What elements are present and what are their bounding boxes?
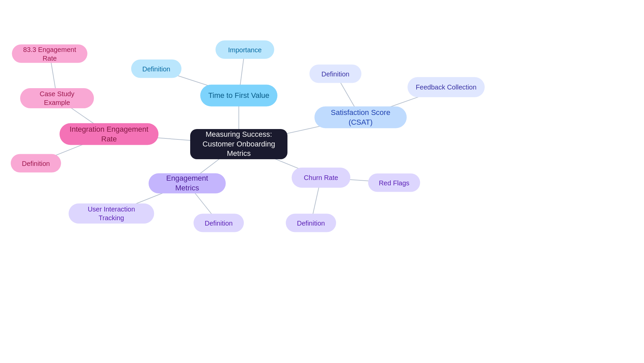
center-node[interactable]: Measuring Success: Customer Onboarding M… <box>190 129 287 159</box>
node-definition-ier[interactable]: Definition <box>11 154 61 173</box>
node-importance[interactable]: Importance <box>216 41 274 59</box>
node-csat[interactable]: Satisfaction Score (CSAT) <box>315 107 407 128</box>
node-case-study[interactable]: Case Study Example <box>20 88 94 108</box>
node-user-interaction[interactable]: User Interaction Tracking <box>69 203 154 224</box>
node-engagement-rate-val[interactable]: 83.3 Engagement Rate <box>12 45 88 63</box>
node-ier[interactable]: Integration Engagement Rate <box>60 123 159 145</box>
node-ttfv[interactable]: Time to First Value <box>200 85 277 107</box>
node-definition-ttfv[interactable]: Definition <box>131 60 181 78</box>
node-feedback[interactable]: Feedback Collection <box>408 77 485 97</box>
node-engagement-metrics[interactable]: Engagement Metrics <box>149 173 226 193</box>
node-red-flags[interactable]: Red Flags <box>368 174 420 192</box>
mind-map: Measuring Success: Customer Onboarding M… <box>0 0 644 363</box>
node-definition-churn[interactable]: Definition <box>286 214 336 232</box>
node-definition-csat[interactable]: Definition <box>310 65 362 83</box>
node-churn[interactable]: Churn Rate <box>292 168 351 188</box>
node-definition-em[interactable]: Definition <box>194 214 244 232</box>
